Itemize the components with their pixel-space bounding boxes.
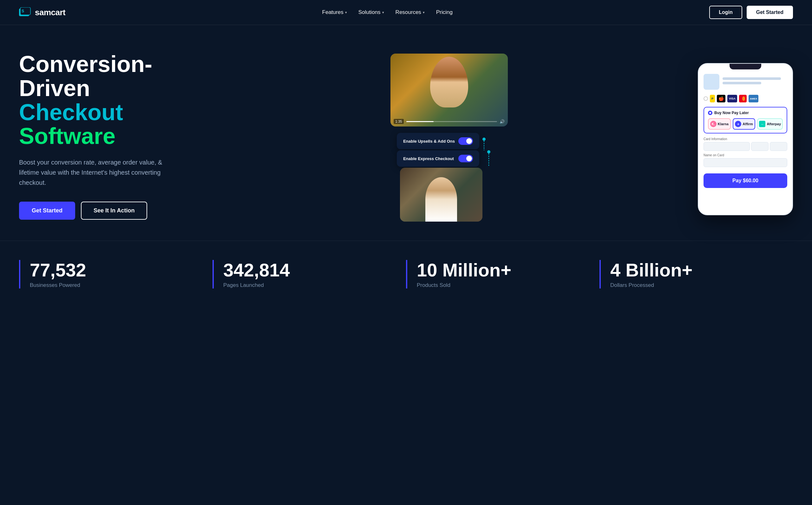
phone-product-image xyxy=(703,74,719,90)
nav-item-pricing[interactable]: Pricing xyxy=(436,9,453,16)
phone-mockup: P 🍎 VISA AMEX Buy Now Pay Later xyxy=(698,63,793,215)
stat-products: 10 Million+ Products Sold xyxy=(406,260,599,289)
video-progress-bar[interactable] xyxy=(406,121,497,122)
card-info-label: Card Information xyxy=(703,137,787,141)
phone-notch xyxy=(729,64,761,69)
see-it-in-action-button[interactable]: See It In Action xyxy=(81,202,147,220)
product-line-2 xyxy=(722,82,761,84)
nav-item-features[interactable]: Features ▾ xyxy=(322,9,347,16)
nav-links: Features ▾ Solutions ▾ Resources ▾ Prici… xyxy=(322,9,453,16)
stats-section: 77,532 Businesses Powered 342,814 Pages … xyxy=(0,240,812,308)
stat-pages: 342,814 Pages Launched xyxy=(213,260,406,289)
chevron-down-icon: ▾ xyxy=(345,10,347,15)
bnpl-section: Buy Now Pay Later K. Klarna a Affirm ↔ xyxy=(703,107,787,134)
stat-dollars: 4 Billion+ Dollars Processed xyxy=(599,260,793,289)
nav-link-features[interactable]: Features ▾ xyxy=(322,9,347,16)
brand-name: samcart xyxy=(35,8,65,17)
nav-actions: Login Get Started xyxy=(709,6,793,19)
nav-logo[interactable]: S samcart xyxy=(19,7,65,17)
stat-products-number: 10 Million+ xyxy=(417,260,590,280)
video-progress-fill xyxy=(406,121,434,122)
svg-text:S: S xyxy=(22,9,24,13)
upsells-toggle-label: Enable Upsells & Add Ons xyxy=(403,139,455,144)
phone-content: P 🍎 VISA AMEX Buy Now Pay Later xyxy=(698,69,792,192)
card-info-section: Card Information Name on Card xyxy=(703,137,787,167)
afterpay-icon: ↔ xyxy=(759,121,765,127)
nav-link-resources[interactable]: Resources ▾ xyxy=(396,9,425,16)
card-input-row xyxy=(703,142,787,151)
navbar: S samcart Features ▾ Solutions ▾ Resourc… xyxy=(0,0,812,25)
hero-left: Conversion-Driven Checkout Software Boos… xyxy=(19,52,216,219)
nav-link-pricing[interactable]: Pricing xyxy=(436,9,453,16)
stat-businesses: 77,532 Businesses Powered xyxy=(19,260,213,289)
stat-products-label: Products Sold xyxy=(417,282,590,289)
get-started-nav-button[interactable]: Get Started xyxy=(747,6,793,19)
amex-icon[interactable]: AMEX xyxy=(749,95,759,103)
nav-item-resources[interactable]: Resources ▾ xyxy=(396,9,425,16)
card-cvc-input[interactable] xyxy=(770,142,787,151)
klarna-option[interactable]: K. Klarna xyxy=(708,118,731,130)
second-person-card xyxy=(400,168,483,221)
svg-point-4 xyxy=(487,150,490,153)
nav-link-solutions[interactable]: Solutions ▾ xyxy=(359,9,384,16)
pay-button[interactable]: Pay $60.00 xyxy=(703,173,787,188)
product-line-1 xyxy=(722,77,781,80)
payment-methods-row: P 🍎 VISA AMEX xyxy=(703,95,787,103)
bnpl-options: K. Klarna a Affirm ↔ Afterpay xyxy=(708,118,783,130)
nav-item-solutions[interactable]: Solutions ▾ xyxy=(359,9,384,16)
video-timestamp: 1:35 xyxy=(394,119,403,124)
stat-dollars-label: Dollars Processed xyxy=(610,282,784,289)
klarna-icon: K. xyxy=(710,121,716,127)
payment-radio[interactable] xyxy=(703,97,708,101)
get-started-button[interactable]: Get Started xyxy=(19,202,75,220)
person-image xyxy=(430,57,468,108)
express-checkout-toggle-card: Enable Express Checkout xyxy=(397,150,479,167)
stat-pages-number: 342,814 xyxy=(223,260,397,280)
login-button[interactable]: Login xyxy=(709,6,742,19)
phone-product-row xyxy=(703,74,787,90)
paypal-icon[interactable]: P xyxy=(710,95,715,103)
name-on-card-label: Name on Card xyxy=(703,153,787,157)
hero-section: Conversion-Driven Checkout Software Boos… xyxy=(0,25,812,240)
bnpl-title: Buy Now Pay Later xyxy=(714,111,749,115)
chevron-down-icon: ▾ xyxy=(382,10,384,15)
samcart-logo-icon: S xyxy=(19,7,32,17)
mastercard-icon[interactable] xyxy=(739,95,747,103)
apple-pay-icon[interactable]: 🍎 xyxy=(717,95,725,103)
affirm-label: Affirm xyxy=(742,122,753,126)
second-person-image xyxy=(400,168,483,221)
bnpl-header: Buy Now Pay Later xyxy=(708,111,783,115)
phone-product-lines xyxy=(722,77,787,86)
svg-point-3 xyxy=(483,138,486,141)
video-card: 1:35 🔊 xyxy=(390,53,508,127)
affirm-icon: a xyxy=(735,121,741,127)
afterpay-label: Afterpay xyxy=(767,122,781,126)
stat-dollars-number: 4 Billion+ xyxy=(610,260,784,280)
hero-subtitle: Boost your conversion rate, average orde… xyxy=(19,157,178,188)
stat-businesses-number: 77,532 xyxy=(30,260,203,280)
chevron-down-icon: ▾ xyxy=(423,10,425,15)
upsells-toggle-card: Enable Upsells & Add Ons xyxy=(397,133,479,149)
hero-title: Conversion-Driven Checkout Software xyxy=(19,52,216,148)
affirm-option[interactable]: a Affirm xyxy=(733,118,756,130)
stat-businesses-label: Businesses Powered xyxy=(30,282,203,289)
name-on-card-input[interactable] xyxy=(703,158,787,167)
stat-pages-label: Pages Launched xyxy=(223,282,397,289)
bnpl-radio[interactable] xyxy=(708,111,712,115)
upsells-toggle-switch[interactable] xyxy=(458,137,473,145)
express-checkout-toggle-switch[interactable] xyxy=(458,155,473,162)
card-expiry-input[interactable] xyxy=(751,142,769,151)
volume-icon[interactable]: 🔊 xyxy=(500,119,505,124)
express-checkout-toggle-label: Enable Express Checkout xyxy=(403,156,454,161)
hero-mockup: 1:35 🔊 Enable Upsells & Add Ons Enable E… xyxy=(390,53,793,218)
hero-buttons: Get Started See It In Action xyxy=(19,202,216,220)
video-controls: 1:35 🔊 xyxy=(394,119,505,124)
video-placeholder: 1:35 🔊 xyxy=(390,53,508,127)
afterpay-option[interactable]: ↔ Afterpay xyxy=(757,118,783,130)
visa-icon[interactable]: VISA xyxy=(727,95,737,103)
card-number-input[interactable] xyxy=(703,142,750,151)
klarna-label: Klarna xyxy=(718,122,728,126)
